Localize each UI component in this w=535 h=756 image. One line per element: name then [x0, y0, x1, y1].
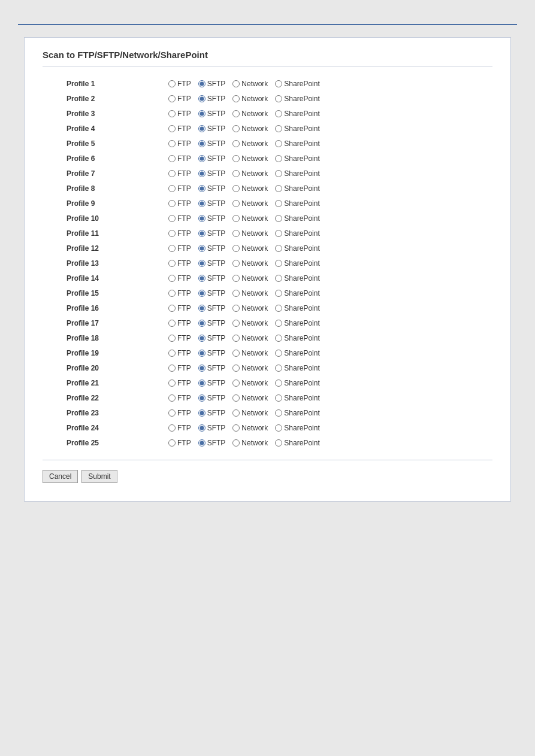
radio-option-sharepoint-15[interactable]: SharePoint — [275, 289, 319, 297]
radio-input-sftp-22[interactable] — [198, 394, 205, 402]
radio-option-ftp-23[interactable]: FTP — [168, 409, 191, 417]
radio-input-sharepoint-19[interactable] — [275, 350, 282, 357]
radio-input-ftp-3[interactable] — [168, 110, 176, 117]
radio-option-sftp-13[interactable]: SFTP — [198, 259, 226, 268]
radio-input-sftp-9[interactable] — [198, 200, 205, 207]
radio-option-ftp-13[interactable]: FTP — [168, 259, 191, 268]
radio-input-network-10[interactable] — [232, 215, 240, 222]
radio-option-sftp-24[interactable]: SFTP — [198, 424, 226, 432]
radio-option-sftp-18[interactable]: SFTP — [198, 334, 226, 342]
radio-input-sharepoint-20[interactable] — [275, 365, 282, 372]
radio-option-network-2[interactable]: Network — [232, 95, 268, 103]
radio-option-ftp-16[interactable]: FTP — [168, 304, 191, 312]
radio-option-ftp-25[interactable]: FTP — [168, 439, 191, 447]
radio-input-network-16[interactable] — [232, 305, 240, 312]
radio-input-network-6[interactable] — [232, 155, 240, 162]
radio-option-network-16[interactable]: Network — [232, 304, 268, 312]
radio-option-ftp-7[interactable]: FTP — [168, 169, 191, 178]
radio-option-sharepoint-5[interactable]: SharePoint — [275, 139, 319, 148]
radio-input-sharepoint-24[interactable] — [275, 424, 282, 432]
radio-input-ftp-18[interactable] — [168, 335, 176, 342]
submit-button[interactable]: Submit — [81, 470, 117, 483]
radio-option-sftp-3[interactable]: SFTP — [198, 110, 226, 118]
radio-input-sharepoint-12[interactable] — [275, 245, 282, 252]
radio-option-sharepoint-12[interactable]: SharePoint — [275, 244, 319, 253]
radio-input-network-20[interactable] — [232, 365, 240, 372]
radio-input-sftp-18[interactable] — [198, 335, 205, 342]
radio-input-ftp-9[interactable] — [168, 200, 176, 207]
radio-input-sftp-25[interactable] — [198, 439, 205, 447]
radio-input-network-22[interactable] — [232, 394, 240, 402]
radio-input-ftp-13[interactable] — [168, 260, 176, 267]
radio-option-network-4[interactable]: Network — [232, 125, 268, 133]
radio-option-sharepoint-18[interactable]: SharePoint — [275, 334, 319, 342]
radio-input-ftp-10[interactable] — [168, 215, 176, 222]
radio-option-ftp-14[interactable]: FTP — [168, 274, 191, 283]
radio-option-network-20[interactable]: Network — [232, 364, 268, 372]
radio-option-network-12[interactable]: Network — [232, 244, 268, 253]
radio-input-sharepoint-21[interactable] — [275, 379, 282, 387]
radio-input-sharepoint-7[interactable] — [275, 170, 282, 177]
radio-input-network-8[interactable] — [232, 185, 240, 192]
radio-option-sharepoint-2[interactable]: SharePoint — [275, 95, 319, 103]
radio-option-ftp-6[interactable]: FTP — [168, 154, 191, 163]
radio-input-network-11[interactable] — [232, 230, 240, 237]
radio-input-sftp-14[interactable] — [198, 275, 205, 282]
radio-option-ftp-11[interactable]: FTP — [168, 229, 191, 238]
radio-option-ftp-22[interactable]: FTP — [168, 394, 191, 402]
radio-input-ftp-6[interactable] — [168, 155, 176, 162]
radio-input-network-17[interactable] — [232, 320, 240, 327]
radio-input-ftp-5[interactable] — [168, 140, 176, 147]
radio-input-sftp-20[interactable] — [198, 365, 205, 372]
radio-option-sharepoint-19[interactable]: SharePoint — [275, 349, 319, 357]
radio-input-sftp-13[interactable] — [198, 260, 205, 267]
radio-input-sharepoint-23[interactable] — [275, 409, 282, 417]
radio-option-ftp-4[interactable]: FTP — [168, 125, 191, 133]
radio-input-network-4[interactable] — [232, 125, 240, 132]
radio-option-ftp-10[interactable]: FTP — [168, 214, 191, 223]
radio-option-ftp-15[interactable]: FTP — [168, 289, 191, 297]
radio-option-network-21[interactable]: Network — [232, 379, 268, 387]
radio-input-ftp-12[interactable] — [168, 245, 176, 252]
radio-input-sftp-24[interactable] — [198, 424, 205, 432]
radio-input-sftp-10[interactable] — [198, 215, 205, 222]
radio-option-sftp-19[interactable]: SFTP — [198, 349, 226, 357]
radio-input-network-7[interactable] — [232, 170, 240, 177]
radio-option-network-9[interactable]: Network — [232, 199, 268, 208]
radio-input-sftp-12[interactable] — [198, 245, 205, 252]
radio-input-network-23[interactable] — [232, 409, 240, 417]
radio-option-sharepoint-25[interactable]: SharePoint — [275, 439, 319, 447]
radio-input-sharepoint-5[interactable] — [275, 140, 282, 147]
radio-option-network-14[interactable]: Network — [232, 274, 268, 283]
radio-option-network-18[interactable]: Network — [232, 334, 268, 342]
radio-option-sharepoint-10[interactable]: SharePoint — [275, 214, 319, 223]
radio-option-sharepoint-24[interactable]: SharePoint — [275, 424, 319, 432]
radio-input-sharepoint-25[interactable] — [275, 439, 282, 447]
radio-input-sftp-1[interactable] — [198, 80, 205, 87]
radio-option-network-25[interactable]: Network — [232, 439, 268, 447]
radio-input-sharepoint-10[interactable] — [275, 215, 282, 222]
radio-option-sftp-8[interactable]: SFTP — [198, 184, 226, 193]
radio-input-ftp-17[interactable] — [168, 320, 176, 327]
radio-input-sftp-8[interactable] — [198, 185, 205, 192]
radio-input-sftp-11[interactable] — [198, 230, 205, 237]
radio-input-network-18[interactable] — [232, 335, 240, 342]
radio-input-sharepoint-16[interactable] — [275, 305, 282, 312]
radio-input-network-24[interactable] — [232, 424, 240, 432]
radio-input-sharepoint-2[interactable] — [275, 95, 282, 102]
radio-option-network-8[interactable]: Network — [232, 184, 268, 193]
radio-input-sftp-23[interactable] — [198, 409, 205, 417]
radio-option-sftp-16[interactable]: SFTP — [198, 304, 226, 312]
radio-input-sharepoint-11[interactable] — [275, 230, 282, 237]
radio-option-ftp-18[interactable]: FTP — [168, 334, 191, 342]
radio-option-network-6[interactable]: Network — [232, 154, 268, 163]
radio-input-sharepoint-17[interactable] — [275, 320, 282, 327]
radio-input-network-21[interactable] — [232, 379, 240, 387]
radio-option-ftp-21[interactable]: FTP — [168, 379, 191, 387]
radio-option-sftp-6[interactable]: SFTP — [198, 154, 226, 163]
radio-option-ftp-3[interactable]: FTP — [168, 110, 191, 118]
radio-option-sftp-12[interactable]: SFTP — [198, 244, 226, 253]
radio-option-network-13[interactable]: Network — [232, 259, 268, 268]
radio-input-sharepoint-1[interactable] — [275, 80, 282, 87]
radio-input-network-3[interactable] — [232, 110, 240, 117]
